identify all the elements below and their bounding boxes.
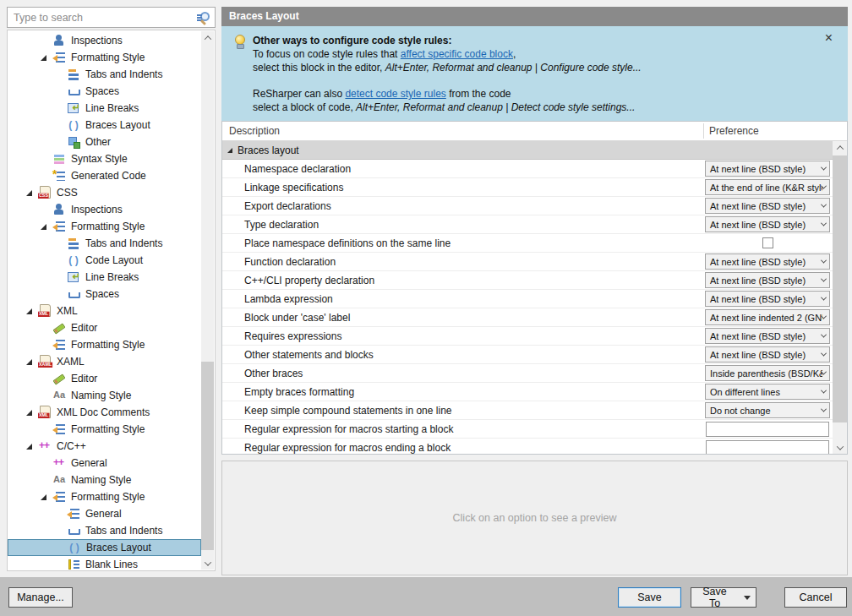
table-scrollbar-thumb[interactable] — [833, 155, 847, 422]
preference-select-keep-simple-compound-statements-in-one-line[interactable]: Do not change — [705, 402, 830, 418]
search-input[interactable] — [8, 8, 199, 27]
tree-item-tabs-and-indents[interactable]: Tabs and Indents — [8, 235, 201, 252]
cpp-icon — [38, 439, 52, 453]
tree-item-editor[interactable]: Editor — [8, 319, 201, 336]
tree-item-formatting-style[interactable]: Formatting Style — [8, 421, 201, 438]
cancel-button[interactable]: Cancel — [784, 587, 847, 608]
tree-item-code-layout[interactable]: Code Layout — [8, 252, 201, 269]
tree-item-formatting-style[interactable]: Formatting Style — [8, 336, 201, 353]
formatting-icon — [52, 490, 66, 504]
tree-item-formatting-style[interactable]: Formatting Style — [8, 49, 201, 66]
preference-select-other-braces[interactable]: Inside parenthesis (BSD/K&R style) — [705, 365, 830, 381]
tree-scrollbar[interactable] — [201, 31, 214, 570]
regex-input-regular-expression-for-macros-ending-a-block[interactable] — [706, 440, 829, 455]
expanded-triangle-icon[interactable] — [41, 55, 52, 61]
tree-item-blank-lines[interactable]: Blank Lines — [8, 556, 201, 571]
preference-select-lambda-expression[interactable]: At next line (BSD style) — [705, 291, 830, 307]
tree-item-css[interactable]: CSS — [8, 184, 201, 201]
tree-item-inspections[interactable]: Inspections — [8, 32, 201, 49]
tree-item-inspections[interactable]: Inspections — [8, 201, 201, 218]
tree-item-line-breaks[interactable]: Line Breaks — [8, 100, 201, 117]
tree-item-line-breaks[interactable]: Line Breaks — [8, 269, 201, 286]
affect-specific-code-block-link[interactable]: affect specific code block — [401, 48, 513, 60]
tree-item-formatting-style[interactable]: Formatting Style — [8, 218, 201, 235]
info-heading: Other ways to configure code style rules… — [253, 34, 642, 47]
table-row: Lambda expressionAt next line (BSD style… — [222, 290, 833, 308]
tree-item-xaml[interactable]: XAML — [8, 353, 201, 370]
expanded-triangle-icon[interactable] — [26, 359, 38, 365]
tree-item-naming-style[interactable]: Naming Style — [8, 387, 201, 404]
preference-checkbox-place-namespace-definitions-on-the-same-line[interactable] — [762, 237, 773, 248]
expanded-triangle-icon[interactable] — [26, 444, 38, 450]
expanded-triangle-icon[interactable] — [26, 410, 38, 416]
tree-item-braces-layout[interactable]: Braces Layout — [8, 117, 201, 134]
detect-code-style-rules-link[interactable]: detect code style rules — [345, 88, 445, 100]
tree-item-naming-style[interactable]: Naming Style — [8, 472, 201, 488]
table-row: Other bracesInside parenthesis (BSD/K&R … — [222, 364, 833, 383]
expanded-triangle-icon[interactable] — [41, 494, 52, 500]
scroll-down-icon[interactable] — [201, 557, 214, 570]
group-row-braces-layout[interactable]: Braces layout — [222, 141, 833, 160]
tree-item-label: Braces Layout — [85, 119, 150, 131]
expanded-triangle-icon[interactable] — [41, 224, 52, 230]
select-value: At next line (BSD style) — [706, 275, 822, 286]
tree-item-tabs-and-indents[interactable]: Tabs and Indents — [8, 66, 201, 83]
table-scrollbar[interactable] — [833, 141, 847, 454]
preference-select-c-cli-property-declaration[interactable]: At next line (BSD style) — [705, 272, 830, 288]
tree-item-tabs-and-indents[interactable]: Tabs and Indents — [8, 522, 201, 539]
regex-input-regular-expression-for-macros-starting-a-block[interactable] — [706, 422, 829, 437]
tree-item-braces-layout[interactable]: Braces Layout — [8, 539, 201, 556]
tree-item-c-c[interactable]: C/C++ — [8, 438, 201, 455]
tree-item-xml-doc-comments[interactable]: XML Doc Comments — [8, 404, 201, 421]
scroll-up-icon[interactable] — [201, 31, 214, 44]
inspections-icon — [52, 34, 66, 47]
preference-select-other-statements-and-blocks[interactable]: At next line (BSD style) — [705, 346, 830, 363]
tree-item-label: Braces Layout — [86, 542, 151, 553]
preference-select-namespace-declaration[interactable]: At next line (BSD style) — [705, 161, 830, 177]
scroll-down-icon[interactable] — [833, 441, 847, 454]
tree-item-label: XAML — [57, 356, 85, 368]
tree-item-spaces[interactable]: Spaces — [8, 286, 201, 303]
preference-select-block-under-case-label[interactable]: At next line indented 2 (GNU style) — [705, 309, 830, 325]
tree-item-general[interactable]: General — [8, 505, 201, 522]
tree-item-editor[interactable]: Editor — [8, 370, 201, 387]
option-label: Regular expression for macros ending a b… — [222, 442, 705, 454]
select-value: At next line (BSD style) — [706, 350, 822, 360]
tree-item-label: Formatting Style — [71, 339, 145, 351]
option-label: Type declaration — [222, 219, 705, 231]
tree-item-other[interactable]: Other — [8, 134, 201, 150]
tree-item-label: General — [85, 508, 122, 520]
tabs-icon — [67, 237, 80, 250]
save-to-button[interactable]: Save To — [691, 587, 756, 608]
tree-item-general[interactable]: General — [8, 455, 201, 472]
css-icon — [38, 186, 52, 199]
expanded-triangle-icon[interactable] — [26, 190, 38, 196]
manage-button[interactable]: Manage... — [8, 587, 73, 608]
preference-select-type-declaration[interactable]: At next line (BSD style) — [705, 216, 830, 232]
tree-item-label: Formatting Style — [71, 491, 145, 503]
save-button[interactable]: Save — [618, 587, 681, 608]
tree-item-label: Naming Style — [71, 474, 131, 486]
tree-item-formatting-style[interactable]: Formatting Style — [8, 488, 201, 505]
tree-scrollbar-thumb[interactable] — [201, 362, 214, 550]
tree-item-spaces[interactable]: Spaces — [8, 83, 201, 100]
tree-item-syntax-style[interactable]: Syntax Style — [8, 150, 201, 167]
tree-item-generated-code[interactable]: Generated Code — [8, 167, 201, 184]
formatting-icon — [52, 422, 66, 436]
tree-item-label: Editor — [71, 322, 97, 334]
tabs-icon — [67, 68, 80, 81]
search-icon[interactable] — [197, 11, 210, 25]
preference-select-export-declarations[interactable]: At next line (BSD style) — [705, 198, 830, 214]
table-row: Namespace declarationAt next line (BSD s… — [222, 160, 833, 178]
tree-item-xml[interactable]: XML — [8, 303, 201, 319]
preference-select-function-declaration[interactable]: At next line (BSD style) — [705, 253, 830, 270]
scroll-up-icon[interactable] — [833, 141, 847, 154]
settings-tree: InspectionsFormatting StyleTabs and Inde… — [7, 30, 216, 571]
preference-select-linkage-specifications[interactable]: At the end of line (K&R style) — [705, 179, 830, 195]
expanded-triangle-icon[interactable] — [26, 308, 38, 314]
close-icon[interactable]: × — [825, 31, 833, 45]
preference-select-requires-expressions[interactable]: At next line (BSD style) — [705, 328, 830, 344]
group-expanded-icon[interactable] — [227, 148, 232, 153]
spaces-icon — [67, 287, 80, 301]
preference-select-empty-braces-formatting[interactable]: On different lines — [705, 384, 830, 400]
